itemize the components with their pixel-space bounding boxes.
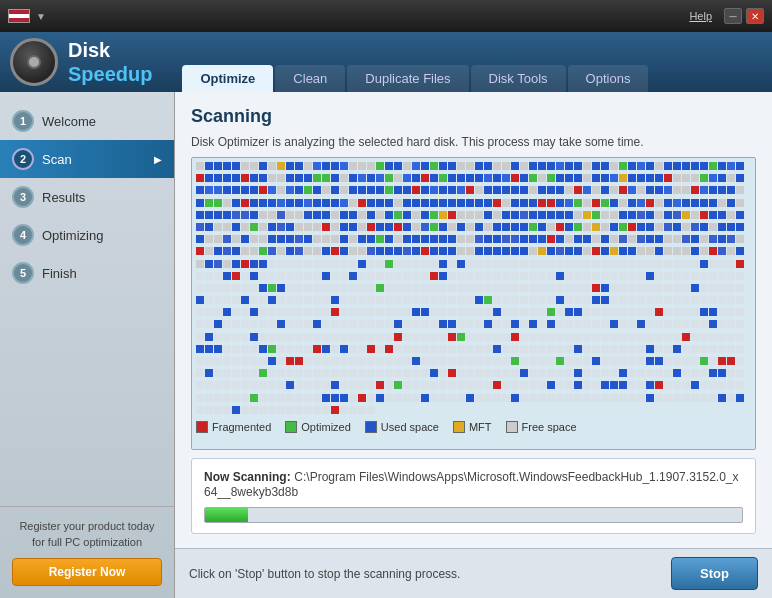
disk-cell: [376, 174, 384, 182]
disk-cell: [475, 199, 483, 207]
disk-cell: [439, 235, 447, 243]
disk-cell: [682, 308, 690, 316]
disk-cell: [358, 284, 366, 292]
tab-disk-tools[interactable]: Disk Tools: [471, 65, 566, 92]
step-optimizing[interactable]: 4 Optimizing: [0, 216, 174, 254]
disk-cell: [331, 308, 339, 316]
tab-duplicate-files[interactable]: Duplicate Files: [347, 65, 468, 92]
disk-cell: [538, 357, 546, 365]
disk-cell: [664, 381, 672, 389]
register-now-button[interactable]: Register Now: [12, 558, 162, 586]
disk-cell: [682, 260, 690, 268]
disk-cell: [538, 174, 546, 182]
disk-cell: [466, 235, 474, 243]
disk-cell: [493, 235, 501, 243]
tab-clean[interactable]: Clean: [275, 65, 345, 92]
disk-cell: [250, 162, 258, 170]
disk-cell: [646, 247, 654, 255]
disk-cell: [556, 381, 564, 389]
disk-cell: [691, 308, 699, 316]
disk-cell: [376, 345, 384, 353]
disk-cell: [547, 186, 555, 194]
disk-cell: [313, 186, 321, 194]
disk-cell: [304, 199, 312, 207]
step-results[interactable]: 3 Results: [0, 178, 174, 216]
disk-cell: [214, 357, 222, 365]
disk-cell: [592, 211, 600, 219]
disk-cell: [691, 174, 699, 182]
disk-cell: [232, 174, 240, 182]
legend-color-free: [506, 421, 518, 433]
disk-cell: [466, 394, 474, 402]
disk-cell: [520, 333, 528, 341]
disk-cell: [727, 235, 735, 243]
disk-cell: [556, 308, 564, 316]
disk-cell: [313, 272, 321, 280]
disk-cell: [673, 284, 681, 292]
disk-cell: [412, 199, 420, 207]
content-inner: Scanning Disk Optimizer is analyzing the…: [175, 92, 772, 548]
disk-cell: [556, 174, 564, 182]
disk-cell: [673, 260, 681, 268]
disk-cell: [619, 272, 627, 280]
stop-button[interactable]: Stop: [671, 557, 758, 590]
disk-cell: [736, 174, 744, 182]
disk-cell: [232, 308, 240, 316]
step-finish[interactable]: 5 Finish: [0, 254, 174, 292]
disk-cell: [709, 186, 717, 194]
disk-cell: [250, 296, 258, 304]
tab-options[interactable]: Options: [568, 65, 649, 92]
disk-cell: [682, 186, 690, 194]
disk-cell: [511, 272, 519, 280]
disk-cell: [439, 345, 447, 353]
disk-cell: [448, 199, 456, 207]
disk-cell: [412, 394, 420, 402]
disk-cell: [259, 296, 267, 304]
minimize-button[interactable]: ─: [724, 8, 742, 24]
legend-label-mft: MFT: [469, 421, 492, 433]
disk-cell: [601, 320, 609, 328]
disk-cell: [322, 162, 330, 170]
disk-cell: [655, 333, 663, 341]
disk-cell: [583, 211, 591, 219]
disk-cell: [475, 272, 483, 280]
disk-cell: [538, 381, 546, 389]
disk-cell: [394, 381, 402, 389]
disk-cell: [538, 186, 546, 194]
help-link[interactable]: Help: [689, 10, 712, 22]
disk-cell: [583, 284, 591, 292]
disk-cell: [403, 260, 411, 268]
title-bar-dropdown-icon[interactable]: ▼: [36, 11, 46, 22]
disk-cell: [439, 199, 447, 207]
disk-cell: [268, 394, 276, 402]
disk-cell: [592, 308, 600, 316]
step-num-4: 4: [12, 224, 34, 246]
disk-cell: [736, 199, 744, 207]
disk-cell: [484, 174, 492, 182]
disk-cell: [268, 186, 276, 194]
disk-cell: [484, 223, 492, 231]
disk-cell: [718, 223, 726, 231]
step-scan[interactable]: 2 Scan ▶: [0, 140, 174, 178]
disk-cell: [403, 272, 411, 280]
disk-cell: [691, 284, 699, 292]
step-welcome[interactable]: 1 Welcome: [0, 102, 174, 140]
disk-cell: [565, 162, 573, 170]
disk-cell: [736, 247, 744, 255]
close-button[interactable]: ✕: [746, 8, 764, 24]
disk-cell: [610, 174, 618, 182]
disk-cell: [286, 369, 294, 377]
disk-cell: [646, 162, 654, 170]
disk-cell: [700, 199, 708, 207]
tab-optimize[interactable]: Optimize: [182, 65, 273, 92]
disk-cell: [412, 284, 420, 292]
disk-grid: [196, 162, 751, 417]
disk-cell: [574, 272, 582, 280]
disk-cell: [601, 247, 609, 255]
disk-cell: [736, 186, 744, 194]
disk-cell: [367, 406, 375, 414]
disk-visualization: Fragmented Optimized Used space MFT: [191, 157, 756, 450]
disk-cell: [322, 223, 330, 231]
disk-cell: [655, 235, 663, 243]
disk-cell: [538, 320, 546, 328]
